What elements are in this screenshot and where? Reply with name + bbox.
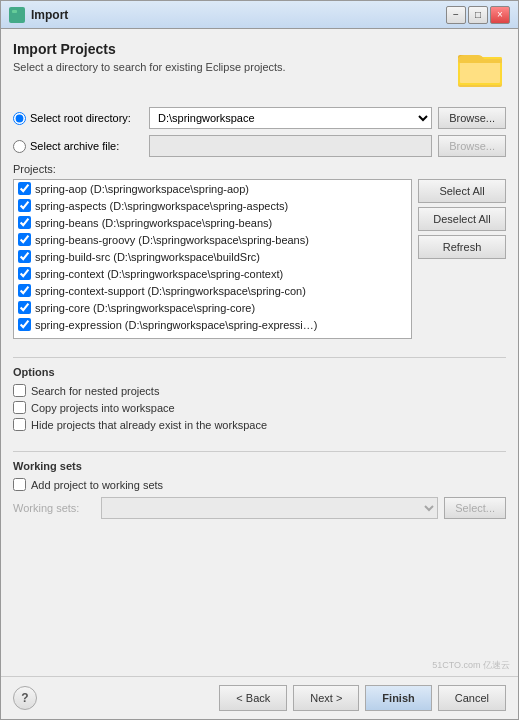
window-controls: − □ × — [446, 6, 510, 24]
project-name: spring-context (D:\springworkspace\sprin… — [35, 268, 283, 280]
search-nested-checkbox[interactable] — [13, 384, 26, 397]
add-to-working-sets-label[interactable]: Add project to working sets — [13, 478, 506, 491]
project-checkbox-1[interactable] — [18, 199, 31, 212]
select-all-button[interactable]: Select All — [418, 179, 506, 203]
archive-file-radio-label[interactable]: Select archive file: — [13, 140, 143, 153]
header-icon — [454, 41, 506, 93]
main-content: Import Projects Select a directory to se… — [1, 29, 518, 657]
working-sets-field-label: Working sets: — [13, 502, 95, 514]
copy-projects-text: Copy projects into workspace — [31, 402, 175, 414]
archive-file-radio[interactable] — [13, 140, 26, 153]
list-item[interactable]: spring-context-support (D:\springworkspa… — [14, 282, 411, 299]
back-button[interactable]: < Back — [219, 685, 287, 711]
hide-existing-checkbox[interactable] — [13, 418, 26, 431]
maximize-button[interactable]: □ — [468, 6, 488, 24]
divider2 — [13, 451, 506, 452]
finish-button[interactable]: Finish — [365, 685, 431, 711]
working-sets-field-row: Working sets: Select... — [13, 497, 506, 519]
copy-projects-checkbox[interactable] — [13, 401, 26, 414]
working-sets-title: Working sets — [13, 460, 506, 472]
hide-existing-text: Hide projects that already exist in the … — [31, 419, 267, 431]
list-item[interactable]: spring-beans-groovy (D:\springworkspace\… — [14, 231, 411, 248]
project-name: spring-core (D:\springworkspace\spring-c… — [35, 302, 255, 314]
title-bar: Import − □ × — [1, 1, 518, 29]
svg-rect-1 — [12, 10, 17, 13]
list-item[interactable]: spring-core (D:\springworkspace\spring-c… — [14, 299, 411, 316]
working-sets-select-button[interactable]: Select... — [444, 497, 506, 519]
list-item[interactable]: spring-expression (D:\springworkspace\sp… — [14, 316, 411, 333]
project-checkbox-6[interactable] — [18, 284, 31, 297]
working-sets-section: Working sets Add project to working sets… — [13, 460, 506, 519]
next-button[interactable]: Next > — [293, 685, 359, 711]
add-to-working-sets-text: Add project to working sets — [31, 479, 163, 491]
divider — [13, 357, 506, 358]
archive-file-label: Select archive file: — [30, 140, 119, 152]
root-directory-row: Select root directory: D:\springworkspac… — [13, 107, 506, 129]
folder-icon — [456, 43, 504, 91]
list-item[interactable]: spring-aop (D:\springworkspace\spring-ao… — [14, 180, 411, 197]
project-checkbox-3[interactable] — [18, 233, 31, 246]
list-item[interactable]: spring-beans (D:\springworkspace\spring-… — [14, 214, 411, 231]
list-item[interactable]: spring-aspects (D:\springworkspace\sprin… — [14, 197, 411, 214]
header-text: Import Projects Select a directory to se… — [13, 41, 454, 73]
root-directory-radio-label[interactable]: Select root directory: — [13, 112, 143, 125]
project-name: spring-aop (D:\springworkspace\spring-ao… — [35, 183, 249, 195]
import-window: Import − □ × Import Projects Select a di… — [0, 0, 519, 720]
project-name: spring-build-src (D:\springworkspace\bui… — [35, 251, 260, 263]
window-title: Import — [31, 8, 446, 22]
archive-file-row: Select archive file: Browse... — [13, 135, 506, 157]
root-directory-dropdown[interactable]: D:\springworkspace — [149, 107, 432, 129]
root-directory-label: Select root directory: — [30, 112, 131, 124]
bottom-bar: ? < Back Next > Finish Cancel — [1, 676, 518, 719]
working-sets-dropdown[interactable] — [101, 497, 438, 519]
list-item[interactable]: spring-context (D:\springworkspace\sprin… — [14, 265, 411, 282]
close-button[interactable]: × — [490, 6, 510, 24]
list-item[interactable]: spring-build-src (D:\springworkspace\bui… — [14, 248, 411, 265]
project-name: spring-context-support (D:\springworkspa… — [35, 285, 306, 297]
watermark: 51CTO.com 亿速云 — [1, 657, 518, 676]
page-description: Select a directory to search for existin… — [13, 61, 454, 73]
archive-file-input[interactable] — [149, 135, 432, 157]
minimize-button[interactable]: − — [446, 6, 466, 24]
project-checkbox-2[interactable] — [18, 216, 31, 229]
hide-existing-label[interactable]: Hide projects that already exist in the … — [13, 418, 506, 431]
window-icon — [9, 7, 25, 23]
root-directory-radio[interactable] — [13, 112, 26, 125]
root-browse-button[interactable]: Browse... — [438, 107, 506, 129]
search-nested-text: Search for nested projects — [31, 385, 159, 397]
project-name: spring-beans-groovy (D:\springworkspace\… — [35, 234, 309, 246]
projects-label: Projects: — [13, 163, 506, 175]
project-name: spring-aspects (D:\springworkspace\sprin… — [35, 200, 288, 212]
cancel-button[interactable]: Cancel — [438, 685, 506, 711]
projects-section: spring-aop (D:\springworkspace\spring-ao… — [13, 179, 506, 339]
help-button[interactable]: ? — [13, 686, 37, 710]
options-section: Options Search for nested projects Copy … — [13, 366, 506, 435]
project-checkbox-4[interactable] — [18, 250, 31, 263]
project-checkbox-8[interactable] — [18, 318, 31, 331]
svg-rect-0 — [12, 12, 22, 20]
project-checkbox-5[interactable] — [18, 267, 31, 280]
refresh-button[interactable]: Refresh — [418, 235, 506, 259]
project-list[interactable]: spring-aop (D:\springworkspace\spring-ao… — [13, 179, 412, 339]
project-name: spring-expression (D:\springworkspace\sp… — [35, 319, 317, 331]
archive-browse-button[interactable]: Browse... — [438, 135, 506, 157]
project-action-buttons: Select All Deselect All Refresh — [418, 179, 506, 339]
copy-projects-label[interactable]: Copy projects into workspace — [13, 401, 506, 414]
project-name: spring-beans (D:\springworkspace\spring-… — [35, 217, 272, 229]
project-checkbox-7[interactable] — [18, 301, 31, 314]
project-checkbox-0[interactable] — [18, 182, 31, 195]
deselect-all-button[interactable]: Deselect All — [418, 207, 506, 231]
search-nested-label[interactable]: Search for nested projects — [13, 384, 506, 397]
page-title: Import Projects — [13, 41, 454, 57]
options-title: Options — [13, 366, 506, 378]
add-to-working-sets-checkbox[interactable] — [13, 478, 26, 491]
header-section: Import Projects Select a directory to se… — [13, 41, 506, 93]
